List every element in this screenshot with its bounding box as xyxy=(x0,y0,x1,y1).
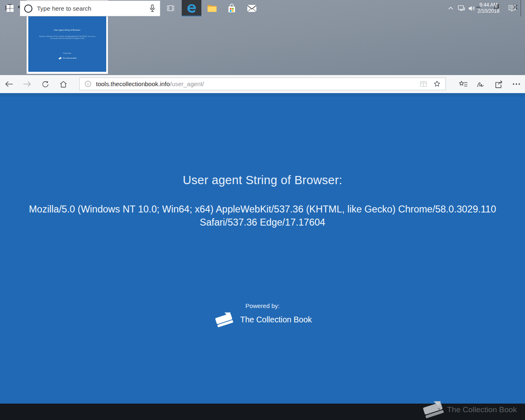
search-placeholder: Type here to search xyxy=(37,5,144,12)
network-tray-icon[interactable] xyxy=(456,0,467,16)
page-top-strip xyxy=(0,93,525,97)
task-view-button[interactable] xyxy=(162,0,180,16)
action-center-button[interactable] xyxy=(505,0,518,16)
web-note-pen-icon[interactable] xyxy=(472,75,490,93)
store-icon xyxy=(227,3,236,13)
edge-active-underline xyxy=(182,16,201,16)
brand-text: The Collection Book xyxy=(240,315,312,324)
thumb-heading: User agent String of Browser: xyxy=(28,29,106,31)
refresh-button[interactable] xyxy=(36,75,54,93)
url-host: tools.thecollectionbook.info xyxy=(96,80,170,87)
add-favorite-star-icon[interactable] xyxy=(430,78,444,90)
reading-view-icon[interactable] xyxy=(417,78,430,90)
thumb-book-icon xyxy=(58,57,62,60)
screen: User Agent Tool User agent String of Bro… xyxy=(0,0,525,420)
chevron-up-tray-icon xyxy=(448,7,453,10)
home-button[interactable] xyxy=(54,75,72,93)
share-icon[interactable] xyxy=(490,75,507,93)
clock-date: 2/10/2018 xyxy=(477,8,499,14)
web-page: User agent String of Browser: Mozilla/5.… xyxy=(0,93,525,404)
back-button[interactable] xyxy=(0,75,18,93)
windows-logo-icon xyxy=(7,5,14,12)
mail-icon xyxy=(247,5,257,12)
collection-book-logo-icon xyxy=(213,310,235,329)
thumb-user-agent: Mozilla/5.0 (Windows NT 10.0; Win64; x64… xyxy=(28,36,106,40)
clock-time: 9:44 AM xyxy=(479,2,498,8)
action-center-icon xyxy=(508,5,516,12)
thumb-powered-label: Powered by: xyxy=(28,52,106,54)
show-desktop-button[interactable] xyxy=(520,0,525,16)
task-view-icon xyxy=(167,5,175,12)
url-path: /user_agent/ xyxy=(170,80,204,87)
tab-thumbnail[interactable]: User agent String of Browser: Mozilla/5.… xyxy=(26,14,108,74)
brand-row: The Collection Book xyxy=(0,310,525,329)
thumb-brand-text: The Collection Book xyxy=(63,57,77,59)
file-explorer-button[interactable] xyxy=(203,0,221,16)
more-actions-icon[interactable] xyxy=(507,75,525,93)
edge-icon xyxy=(186,3,197,14)
tab-thumbnail-page: User agent String of Browser: Mozilla/5.… xyxy=(28,15,106,72)
toolbar-right-actions xyxy=(454,75,525,93)
site-info-icon[interactable] xyxy=(80,80,96,87)
powered-by-label: Powered by: xyxy=(0,302,525,309)
thumb-brand-row: The Collection Book xyxy=(28,57,106,60)
microphone-icon[interactable] xyxy=(144,0,160,16)
address-bar-actions xyxy=(417,78,444,90)
start-button[interactable] xyxy=(0,0,20,16)
mail-button[interactable] xyxy=(243,0,261,16)
taskbar-clock[interactable]: 9:44 AM 2/10/2018 xyxy=(475,0,502,16)
page-heading: User agent String of Browser: xyxy=(0,173,525,187)
browser-toolbar: tools.thecollectionbook.info/user_agent/ xyxy=(0,75,525,93)
file-explorer-icon xyxy=(207,5,217,12)
cortana-icon xyxy=(24,5,32,13)
hub-favorites-icon[interactable] xyxy=(454,75,472,93)
user-agent-string: Mozilla/5.0 (Windows NT 10.0; Win64; x64… xyxy=(6,203,519,229)
store-button[interactable] xyxy=(223,0,241,16)
edge-app-button[interactable] xyxy=(182,0,201,16)
show-hidden-icons-button[interactable] xyxy=(445,0,456,16)
url-text[interactable]: tools.thecollectionbook.info/user_agent/ xyxy=(96,80,417,87)
address-bar[interactable]: tools.thecollectionbook.info/user_agent/ xyxy=(79,78,446,90)
taskbar-search-box[interactable]: Type here to search xyxy=(20,0,160,16)
forward-button[interactable] xyxy=(18,75,36,93)
taskbar xyxy=(0,404,525,420)
